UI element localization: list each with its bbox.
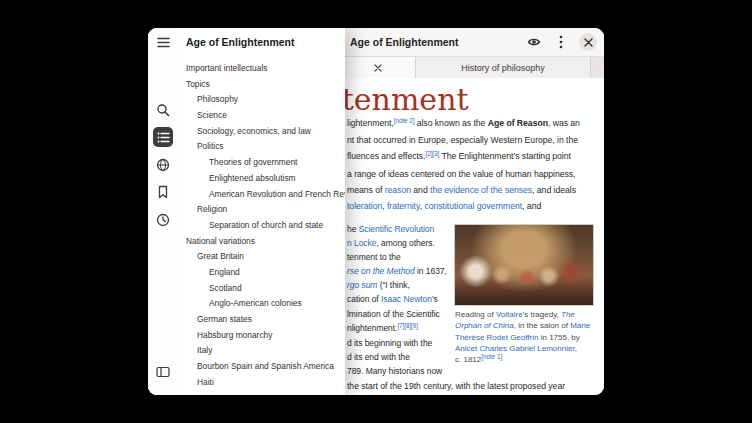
text-segment: , and — [522, 201, 541, 211]
text-segment: 789. Many historians now — [347, 366, 442, 376]
toc-item[interactable]: Habsburg monarchy — [178, 328, 345, 344]
toc-item[interactable]: Theories of government — [178, 155, 345, 171]
article-link[interactable]: Thérèse Rodet Geoffrin — [455, 333, 538, 342]
text-segment: (“I think, — [377, 280, 410, 290]
image-caption: Reading of Voltaire’s tragedy, TheOrphan… — [455, 309, 590, 365]
article-link[interactable]: The — [561, 310, 575, 319]
text-line: n Locke, among others. — [347, 236, 447, 250]
text-segment: means of — [347, 185, 385, 195]
article-link[interactable]: rgo sum — [347, 280, 377, 290]
text-line: the start of the 19th century, with the … — [347, 379, 565, 393]
sidebar-rail — [148, 28, 179, 395]
toc-item[interactable]: German states — [178, 312, 345, 328]
text-segment: Age of Reason — [488, 118, 548, 128]
text-segment: a range of ideas centered on the value o… — [347, 169, 575, 179]
toc-item[interactable]: Sociology, economics, and law — [178, 124, 345, 140]
text-line: a range of ideas centered on the value o… — [347, 166, 580, 182]
tab-close-icon[interactable] — [370, 60, 385, 75]
article-link[interactable]: n Locke — [347, 238, 376, 248]
languages-icon[interactable] — [153, 155, 173, 175]
text-segment: in 1637, — [415, 266, 447, 276]
article-link[interactable]: [7][8][9] — [397, 322, 418, 329]
article-link[interactable]: rse on the Method — [347, 266, 415, 276]
app-window: Age of Enlightenment — [148, 28, 604, 395]
toc-item[interactable]: Enlightened absolutism — [178, 171, 345, 187]
toc-panel: Age of Enlightenment Important intellect… — [178, 28, 345, 395]
search-icon[interactable] — [153, 100, 173, 120]
toc-list: Important intellectualsTopicsPhilosophyS… — [178, 61, 345, 395]
toc-item[interactable]: England — [178, 265, 345, 281]
article-link[interactable]: [note 1] — [481, 353, 502, 360]
kebab-menu-icon[interactable] — [552, 33, 570, 51]
article-link[interactable]: toleration — [347, 201, 382, 211]
article-link[interactable]: Voltaire — [496, 310, 523, 319]
text-segment: he — [347, 224, 359, 234]
toc-item[interactable]: Politics — [178, 139, 345, 155]
article-link[interactable]: Scientific Revolution — [359, 224, 435, 234]
text-segment: fluences and effects. — [347, 151, 425, 161]
text-segment: and — [411, 185, 430, 195]
eye-icon[interactable] — [525, 33, 543, 51]
toc-item[interactable]: Religion — [178, 202, 345, 218]
text-line: cation of Isaac Newton’s — [347, 292, 447, 306]
text-segment: ’s tragedy, — [523, 310, 561, 319]
toc-item[interactable]: Italy — [178, 343, 345, 359]
text-line: rgo sum (“I think, — [347, 278, 447, 292]
text-segment: nt that occurred in Europe, especially W… — [347, 135, 578, 145]
text-segment: , was an — [548, 118, 580, 128]
article-link[interactable]: Marie — [570, 321, 590, 330]
text-line: he Scientific Revolution — [347, 222, 447, 236]
text-line: fluences and effects.[2][3] The Enlighte… — [347, 148, 580, 165]
text-segment: , among others. — [376, 238, 434, 248]
toc-item[interactable]: Bourbon Spain and Spanish America — [178, 359, 345, 375]
text-segment: , — [575, 344, 577, 353]
article-link[interactable]: reason — [385, 185, 411, 195]
article-link[interactable]: the evidence of the senses — [430, 185, 532, 195]
paragraph-1: lightenment,[note 2] also known as the A… — [347, 115, 580, 214]
toc-item[interactable]: Anglo-American colonies — [178, 296, 345, 312]
article-link[interactable]: fraternity — [387, 201, 420, 211]
article-link[interactable]: Anicet Charles Gabriel Lemonnier — [455, 344, 575, 353]
toc-item[interactable]: Haiti — [178, 375, 345, 391]
text-segment: tenment to the — [347, 252, 401, 262]
toc-item[interactable]: National variations — [178, 234, 345, 250]
text-line: Reading of Voltaire’s tragedy, The — [455, 309, 590, 320]
text-line: tenment to the — [347, 250, 447, 264]
headerbar-actions — [525, 28, 597, 56]
toc-item[interactable]: American Revolution and French Revolutio… — [178, 187, 345, 203]
text-segment: , and ideals — [532, 185, 576, 195]
toc-item[interactable]: Topics — [178, 77, 345, 93]
toc-item[interactable]: Philosophy — [178, 92, 345, 108]
text-line: Anicet Charles Gabriel Lemonnier, — [455, 343, 590, 354]
history-icon[interactable] — [153, 210, 173, 230]
article-image-painting[interactable] — [454, 224, 594, 306]
text-segment: d its end with the — [347, 352, 410, 362]
window-title: Age of Enlightenment — [350, 28, 459, 56]
article-link[interactable]: Isaac Newton — [381, 294, 432, 304]
toc-item[interactable]: Scotland — [178, 281, 345, 297]
toc-item[interactable]: Great Britain — [178, 249, 345, 265]
text-line: 789. Many historians now — [347, 364, 447, 378]
text-segment: c. 1812 — [455, 355, 481, 364]
bookmark-icon[interactable] — [153, 182, 173, 202]
desktop-background: Age of Enlightenment — [0, 0, 752, 423]
article-link[interactable]: constitutional government — [424, 201, 522, 211]
menu-icon[interactable] — [153, 32, 173, 52]
text-line: c. 1812[note 1] — [455, 354, 590, 365]
text-line: means of reason and the evidence of the … — [347, 182, 580, 198]
article-link[interactable]: [2][3] — [425, 150, 439, 157]
close-icon[interactable] — [579, 33, 597, 51]
table-of-contents-icon[interactable] — [153, 127, 173, 147]
article-link[interactable]: [note 2] — [394, 117, 415, 124]
text-line: Orphan of China, in the salon of Marie — [455, 320, 590, 331]
tab-label: History of philosophy — [461, 63, 545, 73]
text-segment: lightenment, — [347, 118, 394, 128]
tab-history-of-philosophy[interactable]: History of philosophy — [416, 57, 591, 78]
text-line: nlightenment.[7][8][9] — [347, 321, 447, 336]
panel-toggle-icon[interactable] — [153, 362, 173, 382]
article-link[interactable]: Orphan of China — [455, 321, 514, 330]
text-segment: lmination of the Scientific — [347, 309, 440, 319]
toc-item[interactable]: Separation of church and state — [178, 218, 345, 234]
toc-item[interactable]: Important intellectuals — [178, 61, 345, 77]
toc-item[interactable]: Science — [178, 108, 345, 124]
